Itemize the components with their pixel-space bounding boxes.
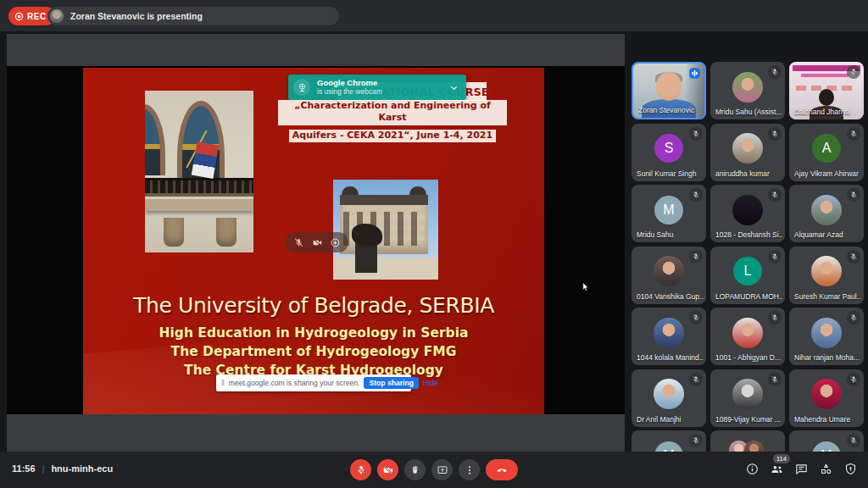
participant-tile[interactable]: Dalchand Jhariya — [789, 62, 864, 119]
mic-off-icon — [847, 434, 860, 447]
participant-tile[interactable]: Nihar ranjan Moha... — [789, 308, 864, 365]
clock-time: 11:56 — [12, 463, 36, 474]
participant-tile[interactable]: 1028 - Deshansh Si... — [710, 185, 785, 242]
camera-toggle-button[interactable] — [377, 459, 398, 480]
audio-activity-indicator — [688, 67, 701, 80]
avatar — [811, 195, 842, 225]
host-controls-button[interactable] — [843, 462, 858, 476]
participant-tile[interactable]: 1001 - Abhigyan D... — [710, 308, 785, 365]
mic-off-icon — [689, 250, 703, 263]
camera-off-icon[interactable] — [312, 237, 323, 248]
raise-hand-icon — [409, 464, 421, 476]
expand-circle-icon[interactable] — [330, 237, 341, 248]
participant-name: 1044 kolala Manind... — [637, 353, 704, 362]
avatar: L — [733, 257, 762, 286]
more-options-button[interactable] — [459, 459, 480, 480]
mic-off-icon — [768, 188, 782, 202]
mic-off-icon[interactable] — [293, 237, 304, 248]
participant-tile[interactable]: Zoran Stevanovic — [632, 62, 706, 119]
present-screen-button[interactable] — [431, 459, 453, 480]
meeting-details-button[interactable] — [745, 462, 760, 476]
participant-tile[interactable]: SSunil Kumar Singh — [632, 124, 706, 181]
participant-name: Alquamar Azad — [794, 230, 861, 239]
participant-tile[interactable]: MMridu Sahu — [632, 185, 706, 242]
participant-name: Ajay Vikram Ahirwar — [794, 169, 861, 178]
avatar — [732, 72, 763, 103]
participant-grid: Zoran StevanovicMridu Sahu (Assist...Dal… — [632, 62, 864, 488]
top-bar: REC Zoran Stevanovic is presenting — [0, 0, 868, 31]
drag-handle-icon: ‖ — [221, 379, 225, 387]
mic-off-icon — [847, 65, 860, 79]
chat-icon — [794, 462, 809, 476]
participant-tile[interactable]: AAjay Vikram Ahirwar — [789, 124, 864, 181]
participant-tile[interactable]: LLOPAMUDRA MOH... — [710, 247, 785, 304]
avatar — [732, 195, 763, 225]
mic-off-icon — [847, 127, 860, 141]
shared-window-bottom-strip — [7, 414, 625, 452]
participant-name: 1001 - Abhigyan D... — [715, 353, 782, 362]
presenting-banner: Zoran Stevanovic is presenting — [47, 7, 339, 25]
record-icon — [14, 11, 25, 22]
presentation-stage: INTERNATIONAL COURSE Google Chrome is us… — [0, 31, 868, 452]
mic-off-icon — [768, 127, 782, 141]
participant-name: aniruddha kumar — [715, 169, 782, 178]
avatar — [654, 379, 684, 409]
avatar: A — [812, 134, 841, 163]
participant-tile[interactable]: Dr Anil Manjhi — [632, 369, 706, 427]
more-options-icon — [464, 464, 476, 476]
avatar: S — [654, 134, 683, 163]
google-meet-window: REC Zoran Stevanovic is presenting — [0, 0, 868, 488]
presenter-avatar — [50, 9, 64, 23]
participant-name: 1028 - Deshansh Si... — [715, 230, 782, 239]
raise-hand-button[interactable] — [404, 459, 426, 480]
avatar — [654, 256, 684, 286]
participant-name: Dr Anil Manjhi — [637, 415, 704, 424]
participant-name: Nihar ranjan Moha... — [794, 353, 861, 362]
stop-sharing-button[interactable]: Stop sharing — [364, 377, 419, 389]
floating-av-controls[interactable] — [286, 232, 348, 252]
present-screen-icon — [437, 464, 448, 476]
participant-name: Zoran Stevanovic — [638, 106, 702, 114]
mic-off-icon — [847, 311, 860, 324]
avatar: M — [654, 196, 683, 225]
hide-link[interactable]: Hide — [423, 379, 438, 387]
participant-tile[interactable]: Suresh Kumar Paul... — [789, 247, 864, 304]
mic-toggle-button[interactable] — [350, 459, 371, 480]
mic-off-icon — [689, 188, 703, 202]
activities-button[interactable] — [819, 462, 833, 476]
end-call-icon — [496, 464, 508, 476]
participant-name: Mridu Sahu — [637, 230, 704, 239]
mic-off-icon — [689, 311, 703, 324]
slide-title: The University of Belgrade, SERBIA — [83, 293, 544, 318]
mic-off-icon — [768, 250, 782, 263]
avatar — [732, 133, 763, 164]
participant-tile[interactable]: aniruddha kumar — [710, 124, 785, 181]
mic-off-icon — [847, 373, 860, 386]
avatar — [811, 379, 842, 409]
participant-tile[interactable]: 1089-Vijay Kumar ... — [710, 369, 785, 427]
participant-name: Suresh Kumar Paul... — [794, 292, 861, 301]
webcam-notification[interactable]: Google Chrome is using the webcam — [288, 75, 466, 100]
participant-name: Dalchand Jhariya — [794, 108, 861, 116]
avatar — [654, 318, 684, 348]
screen-sharing-bar: ‖ meet.google.com is sharing your screen… — [216, 374, 411, 391]
participant-tile[interactable]: Mridu Sahu (Assist... — [710, 62, 785, 119]
participant-tile[interactable]: 1044 kolala Manind... — [632, 308, 706, 365]
participant-tile[interactable]: 0104 Vanshika Gup... — [632, 247, 706, 304]
participant-name: 0104 Vanshika Gup... — [637, 292, 704, 301]
mic-off-icon — [768, 65, 782, 79]
show-participants-button[interactable]: 114 — [770, 462, 784, 476]
participant-tile[interactable]: Alquamar Azad — [789, 185, 864, 242]
belgrade-building-photo — [145, 91, 253, 252]
chat-button[interactable] — [794, 462, 809, 476]
meeting-code: hnu-minh-ecu — [51, 463, 113, 474]
mic-off-icon — [689, 434, 703, 447]
leave-call-button[interactable] — [486, 459, 518, 480]
participant-name: Sunil Kumar Singh — [637, 169, 704, 178]
chevron-down-icon[interactable] — [448, 82, 459, 93]
participant-tile[interactable]: Mahendra Umare — [789, 369, 864, 427]
mic-off-icon — [768, 311, 782, 324]
mic-off-icon — [689, 373, 703, 386]
webcam-icon — [293, 79, 310, 96]
mic-off-icon — [689, 127, 703, 141]
